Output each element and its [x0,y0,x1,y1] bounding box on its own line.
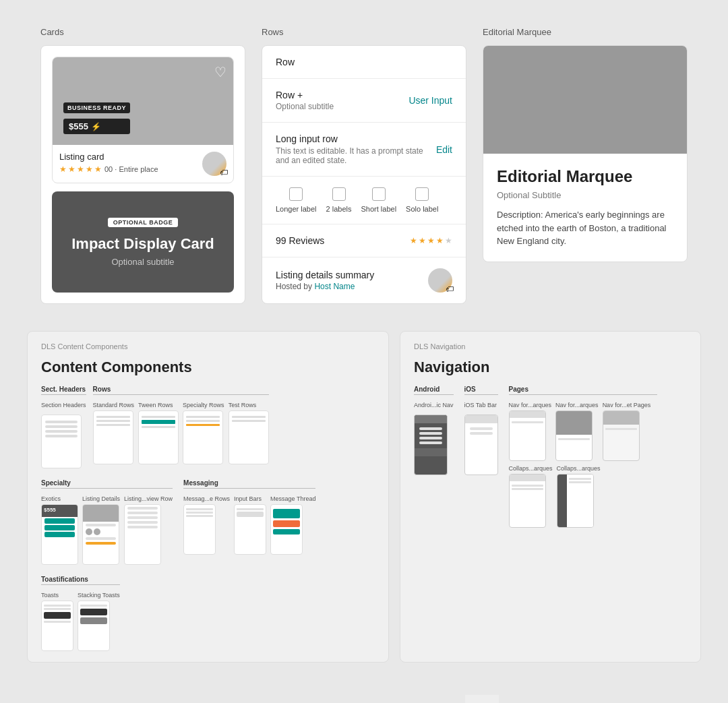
rev-star-1: ★ [410,236,417,245]
dls-content-title: Content Components [41,359,375,376]
checkbox-box-3[interactable] [372,187,386,201]
star-4: ★ [86,164,93,174]
rev-star-4: ★ [436,236,444,245]
cards-container: ♡ BUSINESS READY $555 ⚡ Listing card ★ [40,45,245,304]
listing-card: ♡ BUSINESS READY $555 ⚡ Listing card ★ [52,57,234,183]
editorial-section: Editorial Marquee Editorial Marquee Opti… [483,27,688,304]
exotics-label: Exotics [41,495,78,502]
listing-card-info: Listing card ★ ★ ★ ★ ★ 00 · Entire place [53,145,233,183]
nav-pages-label: Nav for...et Pages [603,402,651,408]
star-1: ★ [59,164,67,174]
rows-container: Row Row + Optional subtitle User Input L… [262,45,466,304]
reviews-label: 99 Reviews [276,235,324,246]
long-input-label: Long input row [276,133,436,144]
nav-marquees-tablet-1 [509,410,546,461]
rev-star-3: ★ [427,236,435,245]
row-long-input: Long input row This text is editable. It… [262,123,466,177]
input-bars-mini [234,504,266,555]
rating-count: 00 · Entire place [104,165,158,173]
editorial-container: Editorial Marquee Optional Subtitle Desc… [483,45,688,262]
impact-display-card: OPTIONAL BADGE Impact Display Card Optio… [52,191,234,293]
specialty-rows-card [183,410,223,464]
listing-summary-hosted: Hosted by Host Name [276,282,374,291]
nav-android-col: Android Androi...ic Nav [414,386,454,528]
nav-pages-head: Pages [509,386,657,395]
checkbox-solo-label[interactable]: Solo label [406,187,438,213]
nav-ios-head: iOS [464,386,498,395]
cc-sect-headers-col: Sect. Headers Section Headers [41,386,86,468]
editorial-subtitle: Optional Subtitle [497,190,673,200]
checkbox-longer-label[interactable]: Longer label [276,187,317,213]
editorial-description: Description: America's early beginnings … [497,208,673,248]
tween-rows-card [138,410,179,464]
dls-nav-panel: DLS Navigation Navigation Android Androi… [400,331,701,663]
stacking-toasts-label: Stacking Toasts [78,592,120,599]
nav-ios-sub: iOS Tab Bar [464,402,498,408]
nav-ios-phone [464,415,498,475]
impact-card-title: Impact Display Card [71,235,214,253]
listing-card-title: Listing card [59,152,158,162]
checkbox-box-2[interactable] [332,187,346,201]
nav-marquees-label-2: Nav for...arques [555,402,599,408]
impact-card-subtitle: Optional subtitle [111,257,174,267]
long-input-body: This text is editable. It has a prompt s… [276,146,436,165]
row-simple: Row [262,46,466,79]
nav-ios-col: iOS iOS Tab Bar [464,386,498,528]
user-input-action[interactable]: User Input [408,95,452,106]
listing-view-row-mini [124,504,161,565]
editorial-image [483,46,687,154]
cc-messaging-head: Messaging [183,479,315,489]
cc-messaging-col: Messaging Messag...e Rows Input Bars [183,479,315,565]
listing-details-mini [82,504,119,565]
host-name-link[interactable]: Host Name [314,282,355,291]
rows-label: Rows [262,27,466,37]
listing-summary-avatar [428,268,452,293]
row-listing-summary: Listing details summary Hosted by Host N… [262,257,466,303]
test-rows-card [229,410,269,464]
checkbox-label-1: Longer label [276,205,317,213]
row-plus-subtitle: Optional subtitle [276,102,334,111]
dls-content-label: DLS Content Components [41,342,375,350]
standard-rows-card [93,410,133,464]
price-value: $555 [69,121,88,131]
nav-pages-col: Pages Nav for...arques Nav for...arques [509,386,657,528]
nav-marquees-label: Nav for...arques [509,402,552,408]
stacking-toasts-mini [78,601,110,651]
editorial-label: Editorial Marquee [483,27,688,37]
cc-rows-col: Rows Standard Rows Tween Rows [93,386,269,468]
cards-section: Cards ♡ BUSINESS READY $555 ⚡ Li [40,27,245,304]
listing-stars: ★ ★ ★ ★ ★ 00 · Entire place [59,164,158,174]
sect-headers-mini-card [41,415,82,468]
test-rows-label: Test Rows [229,402,269,408]
rev-star-5: ★ [445,236,452,245]
star-half: ★ [94,164,102,174]
message-thread-mini [270,504,303,555]
standard-rows-label: Standard Rows [93,402,135,408]
nav-pages-tablet [603,410,640,461]
cc-sect-headers-head: Sect. Headers [41,386,86,395]
row-checkboxes: Longer label 2 labels Short label Solo l… [262,177,466,224]
message-thread-label: Message Thread [270,495,315,502]
star-2: ★ [68,164,75,174]
dls-nav-title: Navigation [414,359,687,376]
favorite-button[interactable]: ♡ [214,64,226,80]
listing-details-label: Listing Details [82,495,120,502]
cc-sect-headers-sub: Section Headers [41,402,86,408]
toasts-mini [41,601,73,651]
checkbox-2-labels[interactable]: 2 labels [326,187,352,213]
rev-star-2: ★ [419,236,426,245]
checkbox-box-1[interactable] [289,187,303,201]
checkbox-box-4[interactable] [415,187,429,201]
input-bars-label: Input Bars [234,495,266,502]
star-3: ★ [77,164,84,174]
cc-specialty-col: Specialty Exotics $555 [41,479,173,565]
listing-summary-title: Listing details summary [276,270,374,280]
checkbox-label-2: 2 labels [326,205,352,213]
edit-action[interactable]: Edit [436,144,452,155]
checkbox-short-label[interactable]: Short label [361,187,396,213]
nav-android-sub: Androi...ic Nav [414,402,454,408]
row-plus: Row + Optional subtitle User Input [262,79,466,123]
checkbox-label-3: Short label [361,205,396,213]
impact-badge: OPTIONAL BADGE [108,218,178,227]
row-plus-label: Row + [276,90,334,100]
